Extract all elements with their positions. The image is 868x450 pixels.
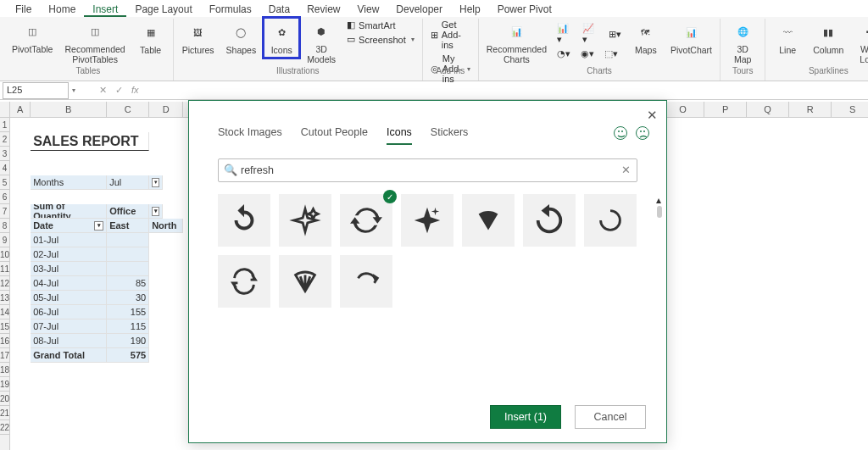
icon-result-fan-solid[interactable]: [462, 194, 515, 247]
icon-result-sparkle-outline[interactable]: [279, 194, 331, 247]
col-header-C[interactable]: C: [107, 102, 149, 117]
cancel-button[interactable]: Cancel: [575, 405, 646, 429]
col-header-A[interactable]: A: [10, 102, 31, 117]
cell-C15[interactable]: 115: [107, 319, 149, 334]
cell-D8[interactable]: North: [149, 219, 183, 233]
3dmodels-button[interactable]: ⬢3D Models: [303, 19, 339, 66]
cell-C13[interactable]: 30: [107, 291, 149, 305]
row-header-4[interactable]: 4: [0, 161, 9, 175]
row-header-14[interactable]: 14: [0, 305, 9, 319]
cell-B9[interactable]: 01-Jul: [31, 233, 107, 247]
cell-B17[interactable]: Grand Total: [31, 348, 107, 363]
sparkline-line-button[interactable]: 〰Line: [771, 19, 804, 57]
chart-type-6[interactable]: ⬚▾: [602, 47, 620, 60]
icon-result-sync-solid[interactable]: [340, 194, 392, 247]
row-header-20[interactable]: 20: [0, 392, 9, 406]
menu-tab-page-layout[interactable]: Page Layout: [126, 2, 200, 17]
dialog-tab-cutout-people[interactable]: Cutout People: [301, 126, 368, 145]
row-header-12[interactable]: 12: [0, 276, 9, 291]
icon-result-undo-solid[interactable]: [523, 194, 576, 247]
cell-B16[interactable]: 08-Jul: [31, 334, 107, 348]
cell-B12[interactable]: 04-Jul: [31, 276, 107, 291]
cell-C10[interactable]: [107, 247, 149, 262]
cancel-entry-icon[interactable]: ✕: [99, 85, 107, 96]
col-header-S[interactable]: S: [832, 102, 868, 117]
icon-result-undo-outline[interactable]: [584, 194, 637, 247]
row-header-10[interactable]: 10: [0, 247, 9, 262]
search-input[interactable]: [218, 158, 637, 182]
chart-type-2[interactable]: 📈▾: [580, 22, 601, 46]
menu-tab-home[interactable]: Home: [40, 2, 84, 17]
icon-result-sparkle-solid[interactable]: [401, 194, 453, 247]
pivottable-button[interactable]: ◫PivotTable: [8, 19, 56, 57]
menu-tab-help[interactable]: Help: [451, 2, 489, 17]
row-header-1[interactable]: 1: [0, 118, 9, 132]
maps-button[interactable]: 🗺Maps: [629, 19, 663, 57]
insert-button[interactable]: Insert (1): [490, 405, 561, 429]
cell-B13[interactable]: 05-Jul: [31, 291, 107, 305]
cell-C17[interactable]: 575: [107, 348, 149, 363]
cell-D5[interactable]: ▾: [149, 175, 163, 190]
date-filter-icon[interactable]: ▾: [94, 221, 103, 231]
dialog-tab-stock-images[interactable]: Stock Images: [218, 126, 282, 145]
feedback-smile-icon[interactable]: [614, 126, 627, 140]
menu-tab-power-pivot[interactable]: Power Pivot: [489, 2, 560, 17]
sparkline-column-button[interactable]: ▮▮Column: [810, 19, 847, 57]
name-box[interactable]: L25: [3, 82, 69, 99]
name-box-dropdown[interactable]: ▾: [69, 86, 79, 94]
chart-type-5[interactable]: ◉▾: [578, 47, 597, 60]
menu-tab-developer[interactable]: Developer: [387, 2, 451, 17]
col-header-R[interactable]: R: [789, 102, 832, 117]
col-header-O[interactable]: O: [662, 102, 704, 117]
menu-tab-formulas[interactable]: Formulas: [201, 2, 260, 17]
cell-C7[interactable]: Office: [107, 204, 149, 219]
row-header-7[interactable]: 7: [0, 204, 9, 219]
col-header-Q[interactable]: Q: [747, 102, 789, 117]
menu-tab-data[interactable]: Data: [260, 2, 298, 17]
dialog-tab-icons[interactable]: Icons: [387, 126, 412, 145]
cell-B2[interactable]: SALES REPORT: [31, 132, 149, 151]
chart-type-3[interactable]: ⊞▾: [606, 22, 624, 46]
row-header-9[interactable]: 9: [0, 233, 9, 247]
col-header-B[interactable]: B: [31, 102, 107, 117]
row-header-6[interactable]: 6: [0, 190, 9, 204]
3dmap-button[interactable]: 🌐3D Map: [726, 19, 760, 66]
dialog-scrollbar[interactable]: ▴: [656, 194, 663, 392]
cell-C11[interactable]: [107, 262, 149, 276]
menu-tab-view[interactable]: View: [349, 2, 388, 17]
col-header-D[interactable]: D: [149, 102, 183, 117]
accept-entry-icon[interactable]: ✓: [115, 85, 123, 96]
col-header-P[interactable]: P: [704, 102, 747, 117]
smartart-button[interactable]: ◧ SmartArt: [344, 19, 417, 31]
row-header-18[interactable]: 18: [0, 363, 9, 377]
cell-C16[interactable]: 190: [107, 334, 149, 348]
get-addins-button[interactable]: ⊞ Get Add-ins: [428, 19, 473, 51]
chart-type-1[interactable]: 📊▾: [554, 22, 576, 46]
cell-B15[interactable]: 07-Jul: [31, 319, 107, 334]
fx-icon[interactable]: fx: [131, 85, 139, 96]
cell-B7[interactable]: Sum of Quantity: [31, 204, 107, 219]
cell-D7[interactable]: ▾: [149, 204, 163, 219]
row-header-2[interactable]: 2: [0, 132, 9, 147]
select-all-corner[interactable]: [0, 102, 9, 118]
cell-B10[interactable]: 02-Jul: [31, 247, 107, 262]
sparkline-winloss-button[interactable]: ▪▫Win/ Loss: [852, 19, 868, 66]
row-header-17[interactable]: 17: [0, 348, 9, 363]
menu-tab-insert[interactable]: Insert: [84, 2, 126, 17]
shapes-button[interactable]: ◯Shapes: [223, 19, 260, 57]
pivotchart-button[interactable]: 📊PivotChart: [668, 19, 715, 57]
menu-tab-file[interactable]: File: [7, 2, 40, 17]
clear-search-icon[interactable]: ✕: [621, 164, 631, 176]
pictures-button[interactable]: 🖼Pictures: [179, 19, 218, 57]
cell-B14[interactable]: 06-Jul: [31, 305, 107, 319]
cell-B11[interactable]: 03-Jul: [31, 262, 107, 276]
cell-C14[interactable]: 155: [107, 305, 149, 319]
cell-B5[interactable]: Months: [31, 175, 107, 190]
row-header-16[interactable]: 16: [0, 334, 9, 348]
row-header-8[interactable]: 8: [0, 219, 9, 233]
row-header-5[interactable]: 5: [0, 175, 9, 190]
chart-type-4[interactable]: ◔▾: [554, 47, 573, 60]
office-filter-icon[interactable]: ▾: [152, 207, 159, 216]
row-header-15[interactable]: 15: [0, 319, 9, 334]
icons-button[interactable]: ✿Icons: [264, 19, 298, 57]
